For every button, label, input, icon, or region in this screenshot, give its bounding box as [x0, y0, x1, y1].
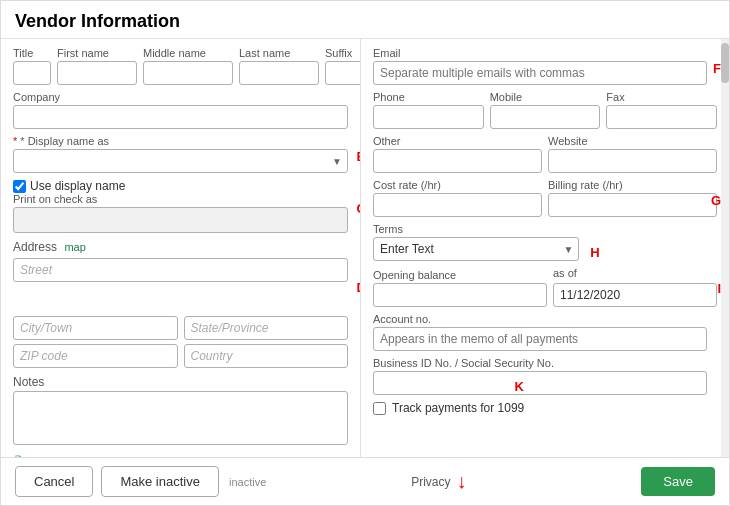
fax-label: Fax [606, 91, 717, 103]
phone-label: Phone [373, 91, 484, 103]
track-payments-checkbox[interactable] [373, 402, 386, 415]
privacy-label: Privacy [411, 475, 450, 489]
suffix-input[interactable] [325, 61, 361, 85]
account-no-label: Account no. [373, 313, 707, 325]
displayname-group: * * Display name as B [13, 135, 348, 173]
annotation-h: H [590, 245, 599, 260]
other-label: Other [373, 135, 542, 147]
zip-country-row [13, 344, 348, 368]
zip-input[interactable] [13, 344, 178, 368]
website-label: Website [548, 135, 717, 147]
business-id-group: Business ID No. / Social Security No. [373, 357, 707, 395]
state-input[interactable] [184, 316, 349, 340]
terms-select[interactable]: Enter Text [373, 237, 579, 261]
middlename-label: Middle name [143, 47, 233, 59]
email-group: Email F [373, 47, 717, 85]
address-map-link[interactable]: map [64, 241, 85, 253]
terms-group: Terms Enter Text [373, 223, 579, 261]
business-id-row: Business ID No. / Social Security No. K [373, 357, 717, 395]
displayname-select[interactable] [13, 149, 348, 173]
company-label: Company [13, 91, 348, 103]
address-section: Address map D [13, 240, 348, 368]
vendor-information-page: Vendor Information Title First name Midd… [0, 0, 730, 506]
billing-rate-label: Billing rate (/hr) [548, 179, 717, 191]
annotation-g: G [711, 193, 721, 208]
other-group: Other [373, 135, 542, 173]
as-of-label: as of [553, 267, 717, 279]
billing-rate-input[interactable] [548, 193, 717, 217]
as-of-group: as of [553, 267, 717, 307]
website-group: Website [548, 135, 717, 173]
page-title: Vendor Information [15, 11, 180, 31]
notes-section: Notes [13, 375, 348, 448]
mobile-label: Mobile [490, 91, 601, 103]
print-check-section: Use display name Print on check as C [13, 179, 348, 233]
notes-textarea[interactable] [13, 391, 348, 445]
displayname-select-wrapper [13, 149, 348, 173]
country-input[interactable] [184, 344, 349, 368]
other-website-row: Other Website [373, 135, 717, 173]
other-input[interactable] [373, 149, 542, 173]
as-of-input[interactable] [553, 283, 717, 307]
email-label: Email [373, 47, 717, 59]
address-fields [13, 258, 348, 368]
account-no-input[interactable] [373, 327, 707, 351]
content-area: Title First name Middle name Last name S… [1, 39, 729, 457]
print-check-label: Print on check as [13, 193, 348, 205]
footer: Cancel Make inactive inactive Privacy ↓ … [1, 457, 729, 505]
lastname-label: Last name [239, 47, 319, 59]
displayname-label: * * Display name as [13, 135, 348, 147]
title-group: Title [13, 47, 51, 85]
print-check-checkbox-label: Use display name [13, 179, 348, 193]
middlename-input[interactable] [143, 61, 233, 85]
suffix-group: Suffix [325, 47, 361, 85]
right-column: Email F Phone Mobile Fax [361, 39, 729, 457]
opening-balance-input[interactable] [373, 283, 547, 307]
mobile-input[interactable] [490, 105, 601, 129]
cost-billing-row: Cost rate (/hr) Billing rate (/hr) G [373, 179, 717, 217]
annotation-k: K [515, 379, 524, 394]
terms-row: Terms Enter Text H [373, 223, 717, 261]
firstname-label: First name [57, 47, 137, 59]
name-row: Title First name Middle name Last name S… [13, 47, 348, 85]
firstname-input[interactable] [57, 61, 137, 85]
lastname-input[interactable] [239, 61, 319, 85]
phone-row: Phone Mobile Fax [373, 91, 717, 129]
opening-balance-row: Opening balance as of I [373, 267, 717, 307]
cost-rate-group: Cost rate (/hr) [373, 179, 542, 217]
left-column: Title First name Middle name Last name S… [1, 39, 361, 457]
terms-select-wrapper: Enter Text [373, 237, 579, 261]
opening-balance-label: Opening balance [373, 269, 547, 281]
opening-balance-group: Opening balance [373, 269, 547, 307]
city-state-row [13, 316, 348, 340]
print-check-input[interactable] [13, 207, 348, 233]
cost-rate-label: Cost rate (/hr) [373, 179, 542, 191]
title-input[interactable] [13, 61, 51, 85]
cancel-button[interactable]: Cancel [15, 466, 93, 497]
annotation-f: F [713, 61, 721, 76]
city-input[interactable] [13, 316, 178, 340]
scrollbar-thumb[interactable] [721, 43, 729, 83]
account-no-group: Account no. [373, 313, 707, 351]
website-input[interactable] [548, 149, 717, 173]
notes-label: Notes [13, 375, 348, 389]
print-check-checkbox[interactable] [13, 180, 26, 193]
cost-rate-input[interactable] [373, 193, 542, 217]
business-id-input[interactable] [373, 371, 707, 395]
email-input[interactable] [373, 61, 707, 85]
scrollbar-track[interactable] [721, 39, 729, 457]
down-arrow-icon: ↓ [456, 470, 466, 493]
business-id-label: Business ID No. / Social Security No. [373, 357, 707, 369]
track-payments-label: Track payments for 1099 [392, 401, 524, 415]
street-input[interactable] [13, 258, 348, 282]
inactive-badge: inactive [229, 476, 266, 488]
save-button[interactable]: Save [641, 467, 715, 496]
fax-group: Fax [606, 91, 717, 129]
phone-input[interactable] [373, 105, 484, 129]
company-group: Company [13, 91, 348, 129]
make-inactive-button[interactable]: Make inactive [101, 466, 218, 497]
company-input[interactable] [13, 105, 348, 129]
fax-input[interactable] [606, 105, 717, 129]
privacy-section: Privacy ↓ [411, 470, 466, 493]
account-no-row: Account no. [373, 313, 717, 351]
